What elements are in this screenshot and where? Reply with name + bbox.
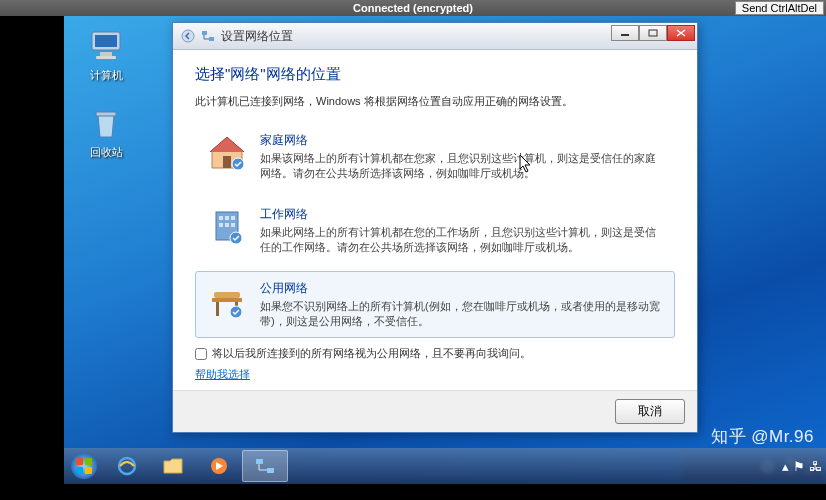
dialog-footer: 取消 bbox=[173, 390, 697, 432]
cancel-button[interactable]: 取消 bbox=[615, 399, 685, 424]
network-location-dialog: 设置网络位置 选择"网络"网络的位置 此计算机已连接到网络，Windows 将根… bbox=[172, 22, 698, 433]
option-public-desc: 如果您不识别网络上的所有计算机(例如，您在咖啡厅或机场，或者使用的是移动宽带)，… bbox=[260, 299, 664, 330]
option-work-network[interactable]: 工作网络 如果此网络上的所有计算机都在您的工作场所，且您识别这些计算机，则这是受… bbox=[195, 197, 675, 265]
network-icon bbox=[201, 29, 215, 43]
home-network-icon bbox=[206, 132, 248, 174]
svg-rect-8 bbox=[621, 34, 629, 36]
svg-rect-10 bbox=[223, 156, 231, 168]
minimize-button[interactable] bbox=[611, 25, 639, 41]
option-work-desc: 如果此网络上的所有计算机都在您的工作场所，且您识别这些计算机，则这是受信任的工作… bbox=[260, 225, 664, 256]
taskbar-media-button[interactable] bbox=[196, 450, 242, 482]
computer-label: 计算机 bbox=[76, 68, 136, 83]
system-tray: ▴ ⚑ 🖧 bbox=[782, 448, 822, 484]
svg-rect-26 bbox=[76, 458, 83, 465]
tray-up-icon[interactable]: ▴ bbox=[782, 459, 789, 474]
svg-rect-4 bbox=[96, 112, 116, 116]
taskbar-ie-button[interactable] bbox=[104, 450, 150, 482]
svg-rect-21 bbox=[214, 292, 240, 298]
treat-all-public-checkbox[interactable] bbox=[195, 348, 207, 360]
tray-flag-icon[interactable]: ⚑ bbox=[793, 459, 805, 474]
desktop-icon-recycle[interactable]: 回收站 bbox=[76, 103, 136, 160]
vnc-title: Connected (encrypted) bbox=[353, 2, 473, 14]
svg-rect-7 bbox=[209, 37, 214, 41]
close-button[interactable] bbox=[667, 25, 695, 41]
svg-rect-14 bbox=[225, 216, 229, 220]
svg-point-5 bbox=[182, 30, 194, 42]
side-filler-left bbox=[0, 16, 64, 484]
svg-rect-15 bbox=[231, 216, 235, 220]
svg-rect-27 bbox=[85, 458, 92, 465]
dialog-heading: 选择"网络"网络的位置 bbox=[195, 65, 675, 84]
maximize-button[interactable] bbox=[639, 25, 667, 41]
dialog-body: 选择"网络"网络的位置 此计算机已连接到网络，Windows 将根据网络位置自动… bbox=[173, 50, 697, 390]
svg-rect-6 bbox=[202, 31, 207, 35]
taskbar-explorer-button[interactable] bbox=[150, 450, 196, 482]
taskbar[interactable]: ▴ ⚑ 🖧 bbox=[64, 448, 826, 484]
svg-rect-3 bbox=[96, 56, 116, 59]
dialog-subtext: 此计算机已连接到网络，Windows 将根据网络位置自动应用正确的网络设置。 bbox=[195, 94, 675, 109]
window-title: 设置网络位置 bbox=[221, 28, 293, 45]
svg-rect-32 bbox=[256, 459, 263, 464]
option-public-title: 公用网络 bbox=[260, 280, 664, 297]
svg-rect-18 bbox=[231, 223, 235, 227]
titlebar[interactable]: 设置网络位置 bbox=[173, 23, 697, 50]
work-network-icon bbox=[206, 206, 248, 248]
svg-rect-22 bbox=[216, 302, 219, 316]
option-public-network[interactable]: 公用网络 如果您不识别网络上的所有计算机(例如，您在咖啡厅或机场，或者使用的是移… bbox=[195, 271, 675, 339]
option-home-title: 家庭网络 bbox=[260, 132, 664, 149]
help-me-choose-link[interactable]: 帮助我选择 bbox=[195, 367, 250, 382]
checkbox-label: 将以后我所连接到的所有网络视为公用网络，且不要再向我询问。 bbox=[212, 346, 531, 361]
desktop-icon-computer[interactable]: 计算机 bbox=[76, 26, 136, 83]
option-home-desc: 如果该网络上的所有计算机都在您家，且您识别这些计算机，则这是受信任的家庭网络。请… bbox=[260, 151, 664, 182]
svg-rect-33 bbox=[267, 468, 274, 473]
recycle-label: 回收站 bbox=[76, 145, 136, 160]
taskbar-network-dialog-button[interactable] bbox=[242, 450, 288, 482]
cursor-icon bbox=[519, 154, 533, 178]
svg-point-30 bbox=[119, 458, 135, 474]
watermark: 知乎 @Mr.96 bbox=[711, 425, 814, 448]
desktop[interactable]: 计算机 回收站 设置网络位置 选择"网络"网络的位置 此 bbox=[64, 16, 826, 484]
vnc-title-bar: Connected (encrypted) Send CtrlAltDel bbox=[0, 0, 826, 16]
svg-rect-9 bbox=[649, 30, 657, 36]
back-icon[interactable] bbox=[181, 29, 195, 43]
option-work-title: 工作网络 bbox=[260, 206, 664, 223]
svg-rect-17 bbox=[225, 223, 229, 227]
svg-rect-29 bbox=[85, 467, 92, 474]
tray-network-icon[interactable]: 🖧 bbox=[809, 459, 822, 474]
svg-rect-28 bbox=[76, 467, 83, 474]
svg-rect-20 bbox=[212, 298, 242, 302]
svg-rect-16 bbox=[219, 223, 223, 227]
option-home-network[interactable]: 家庭网络 如果该网络上的所有计算机都在您家，且您识别这些计算机，则这是受信任的家… bbox=[195, 123, 675, 191]
svg-point-25 bbox=[71, 453, 97, 479]
svg-rect-13 bbox=[219, 216, 223, 220]
public-network-icon bbox=[206, 280, 248, 322]
svg-rect-1 bbox=[95, 35, 117, 47]
computer-icon bbox=[86, 26, 126, 66]
start-button[interactable] bbox=[64, 448, 104, 484]
svg-rect-2 bbox=[100, 52, 112, 56]
send-ctrlaltdel-button[interactable]: Send CtrlAltDel bbox=[735, 1, 824, 15]
recycle-bin-icon bbox=[86, 103, 126, 143]
